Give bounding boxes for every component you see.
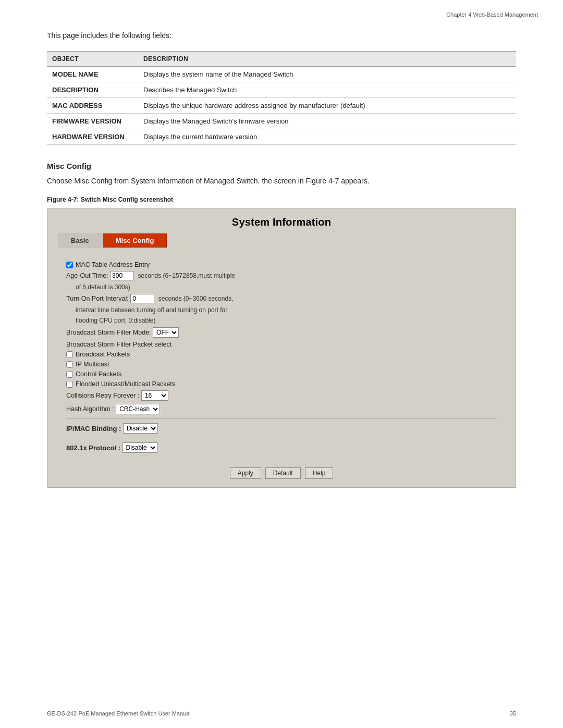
cb-broadcast-label: Broadcast Packets — [76, 351, 130, 358]
footer-right: 35 — [510, 710, 516, 717]
mac-table-row: MAC Table Address Entry — [66, 261, 497, 268]
broadcast-filter-row: Broadcast Storm Filter Mode: OFF ON — [66, 327, 497, 338]
protocol-row: 802.1x Protocol : Disable Enable — [66, 442, 497, 453]
cb-flooded-packets[interactable] — [66, 381, 73, 388]
cb-control-label: Control Packets — [76, 371, 121, 378]
ip-mac-label: IP/MAC Binding : — [66, 425, 121, 433]
help-button[interactable]: Help — [305, 467, 334, 479]
intro-text: This page includes the following fields: — [47, 31, 516, 40]
turn-on-note: seconds (0~3600 seconds, — [158, 295, 234, 302]
cb-flooded-label: Flooded Unicast/Multicast Packets — [76, 380, 175, 388]
cb-ip-multicast-row: IP Multicast — [66, 361, 497, 368]
turn-on-note2: interval time between turning off and tu… — [76, 306, 497, 314]
hash-select[interactable]: CRC-Hash XOR-Hash — [116, 404, 160, 414]
collisions-row: Collisions Retry Forever : 16 8 4 — [66, 390, 497, 401]
screenshot-title-bar: System Information — [47, 209, 516, 233]
description-cell: Displays the current hardware version — [138, 129, 516, 145]
age-out-label: Age-Out Time: — [66, 272, 108, 279]
col-header-object: OBJECT — [47, 52, 138, 67]
cb-flooded-row: Flooded Unicast/Multicast Packets — [66, 380, 497, 388]
collisions-select[interactable]: 16 8 4 — [141, 390, 168, 401]
age-out-note: seconds (6~1572858,must multiple — [138, 272, 235, 279]
fields-table: OBJECT DESCRIPTION MODEL NAME Displays t… — [47, 51, 516, 145]
ip-mac-row: IP/MAC Binding : Disable Enable — [66, 423, 497, 434]
turn-on-row: Turn On Port Interval: seconds (0~3600 s… — [66, 294, 497, 303]
description-cell: Displays the unique hardware address ass… — [138, 98, 516, 114]
screenshot-title: System Information — [232, 216, 331, 228]
table-row: FIRMWARE VERSION Displays the Managed Sw… — [47, 114, 516, 129]
turn-on-note3: flooding CPU port, 0:disable) — [76, 317, 497, 324]
packet-select-label: Broadcast Storm Filter Packet select — [66, 341, 497, 348]
mac-table-label: MAC Table Address Entry — [76, 261, 150, 268]
button-row: Apply Default Help — [47, 467, 516, 479]
object-cell: MODEL NAME — [47, 67, 138, 82]
ip-mac-select[interactable]: Disable Enable — [123, 423, 158, 434]
cb-broadcast-packets[interactable] — [66, 351, 73, 358]
hash-label: Hash Algorithm : — [66, 405, 114, 413]
mac-table-checkbox[interactable] — [66, 262, 73, 268]
footer-left: GE-DS-242-PoE Managed Ethernet Switch Us… — [47, 710, 191, 717]
cb-control-row: Control Packets — [66, 371, 497, 378]
turn-on-input[interactable] — [130, 294, 154, 303]
divider2 — [66, 438, 497, 438]
cb-ip-multicast[interactable] — [66, 361, 73, 368]
inner-panel: MAC Table Address Entry Age-Out Time: se… — [58, 255, 505, 461]
turn-on-label: Turn On Port Interval: — [66, 295, 129, 302]
cb-control-packets[interactable] — [66, 371, 73, 378]
age-out-note2: of 6,default is 300s) — [76, 283, 497, 291]
age-out-input[interactable] — [110, 271, 134, 280]
misc-config-intro: Choose Misc Config from System Informati… — [47, 176, 516, 187]
figure-caption: Figure 4-7: Switch Misc Config screensho… — [47, 196, 516, 203]
object-cell: DESCRIPTION — [47, 82, 138, 98]
tab-bar: Basic Misc Config — [58, 233, 505, 248]
description-cell: Describes the Managed Switch — [138, 82, 516, 98]
apply-button[interactable]: Apply — [230, 467, 261, 479]
broadcast-filter-label: Broadcast Storm Filter Mode: — [66, 329, 151, 336]
table-row: MAC ADDRESS Displays the unique hardware… — [47, 98, 516, 114]
object-cell: FIRMWARE VERSION — [47, 114, 138, 129]
protocol-label: 802.1x Protocol : — [66, 444, 120, 452]
description-cell: Displays the system name of the Managed … — [138, 67, 516, 82]
object-cell: MAC ADDRESS — [47, 98, 138, 114]
col-header-description: DESCRIPTION — [138, 52, 516, 67]
description-cell: Displays the Managed Switch's firmware v… — [138, 114, 516, 129]
object-cell: HARDWARE VERSION — [47, 129, 138, 145]
table-row: MODEL NAME Displays the system name of t… — [47, 67, 516, 82]
tab-basic[interactable]: Basic — [58, 233, 102, 248]
age-out-row: Age-Out Time: seconds (6~1572858,must mu… — [66, 271, 497, 280]
hash-row: Hash Algorithm : CRC-Hash XOR-Hash — [66, 404, 497, 414]
screenshot-box: System Information Basic Misc Config MAC… — [47, 208, 516, 488]
collisions-label: Collisions Retry Forever : — [66, 392, 139, 399]
table-row: DESCRIPTION Describes the Managed Switch — [47, 82, 516, 98]
broadcast-filter-select[interactable]: OFF ON — [153, 327, 179, 338]
protocol-select[interactable]: Disable Enable — [123, 442, 157, 453]
default-button[interactable]: Default — [265, 467, 301, 479]
tab-misc-config[interactable]: Misc Config — [103, 233, 167, 248]
cb-broadcast-row: Broadcast Packets — [66, 351, 497, 358]
page-header: Chapter 4 Web-Based Management — [446, 11, 538, 18]
table-row: HARDWARE VERSION Displays the current ha… — [47, 129, 516, 145]
misc-config-heading: Misc Config — [47, 162, 516, 170]
page-footer: GE-DS-242-PoE Managed Ethernet Switch Us… — [47, 710, 516, 717]
cb-ip-multicast-label: IP Multicast — [76, 361, 109, 368]
divider1 — [66, 418, 497, 419]
